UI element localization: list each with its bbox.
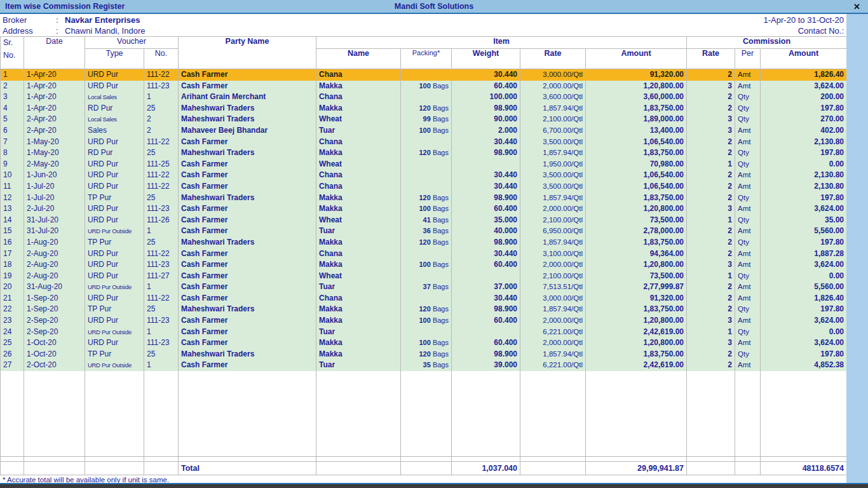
cell-item[interactable]: Makka bbox=[316, 203, 401, 215]
cell-sr[interactable]: 6 bbox=[1, 125, 24, 137]
cell-party[interactable]: Cash Farmer bbox=[179, 360, 316, 371]
cell-packing[interactable]: 120 Bags bbox=[401, 147, 452, 159]
cell-date[interactable]: 2-Oct-20 bbox=[24, 360, 85, 371]
cell-party[interactable]: Cash Farmer bbox=[179, 248, 316, 260]
cell-vtype[interactable]: URD Pur bbox=[85, 271, 144, 282]
cell-per[interactable]: Amt bbox=[735, 137, 761, 148]
cell-date[interactable]: 2-May-20 bbox=[24, 159, 85, 170]
cell-amount[interactable]: 1,06,540.00 bbox=[586, 137, 687, 148]
cell-crate[interactable]: 2 bbox=[687, 170, 735, 181]
cell-per[interactable]: Amt bbox=[735, 203, 761, 215]
cell-amount[interactable]: 1,83,750.00 bbox=[586, 193, 687, 204]
cell-camount[interactable]: 3,624.00 bbox=[761, 315, 847, 327]
cell-weight[interactable]: 60.400 bbox=[452, 337, 520, 349]
cell-item[interactable]: Chana bbox=[316, 181, 401, 193]
cell-sr[interactable]: 21 bbox=[1, 293, 24, 304]
cell-weight[interactable]: 98.900 bbox=[452, 237, 520, 248]
cell-sr[interactable]: 10 bbox=[1, 170, 24, 181]
cell-per[interactable]: Qty bbox=[735, 327, 761, 338]
cell-rate[interactable]: 6,700.00/Qtl bbox=[520, 125, 586, 137]
cell-packing[interactable] bbox=[401, 137, 452, 148]
cell-camount[interactable]: 197.80 bbox=[761, 147, 847, 159]
cell-item[interactable]: Wheat bbox=[316, 159, 401, 170]
table-row[interactable]: 92-May-20URD Pur111-25Cash FarmerWheat1,… bbox=[1, 159, 847, 170]
cell-date[interactable]: 1-Apr-20 bbox=[24, 69, 85, 81]
cell-vtype[interactable]: URD Pur bbox=[85, 293, 144, 304]
cell-camount[interactable]: 0.00 bbox=[761, 327, 847, 338]
cell-vtype[interactable]: URD Pur bbox=[85, 181, 144, 193]
cell-date[interactable]: 1-Aug-20 bbox=[24, 237, 85, 248]
cell-vtype[interactable]: URD Pur Outside bbox=[85, 281, 144, 293]
cell-date[interactable]: 1-Apr-20 bbox=[24, 103, 85, 114]
cell-party[interactable]: Cash Farmer bbox=[179, 170, 316, 181]
cell-weight[interactable]: 30.440 bbox=[452, 181, 520, 193]
cell-crate[interactable]: 2 bbox=[687, 360, 735, 371]
cell-item[interactable]: Makka bbox=[316, 315, 401, 327]
cell-packing[interactable]: 100 Bags bbox=[401, 81, 452, 92]
cell-per[interactable]: Qty bbox=[735, 103, 761, 114]
cell-packing[interactable] bbox=[401, 159, 452, 170]
cell-packing[interactable]: 35 Bags bbox=[401, 360, 452, 371]
cell-vno[interactable]: 1 bbox=[144, 281, 179, 293]
cell-camount[interactable]: 3,624.00 bbox=[761, 259, 847, 271]
cell-date[interactable]: 1-Oct-20 bbox=[24, 337, 85, 349]
cell-crate[interactable]: 2 bbox=[687, 181, 735, 193]
cell-weight[interactable]: 2.000 bbox=[452, 125, 520, 137]
cell-date[interactable]: 2-Aug-20 bbox=[24, 259, 85, 271]
cell-camount[interactable]: 0.00 bbox=[761, 159, 847, 170]
table-row[interactable]: 232-Sep-20URD Pur111-23Cash FarmerMakka1… bbox=[1, 315, 847, 327]
cell-amount[interactable]: 1,06,540.00 bbox=[586, 170, 687, 181]
cell-crate[interactable]: 3 bbox=[687, 259, 735, 271]
cell-vtype[interactable]: RD Pur bbox=[85, 103, 144, 114]
cell-item[interactable]: Makka bbox=[316, 349, 401, 360]
cell-weight[interactable]: 30.440 bbox=[452, 69, 520, 81]
table-row[interactable]: 21-Apr-20URD Pur111-23Cash FarmerMakka10… bbox=[1, 81, 847, 92]
cell-sr[interactable]: 19 bbox=[1, 271, 24, 282]
table-row[interactable]: 31-Apr-20Local Sales1Arihant Grain Merch… bbox=[1, 92, 847, 103]
cell-rate[interactable]: 3,000.00/Qtl bbox=[520, 293, 586, 304]
cell-vtype[interactable]: TP Pur bbox=[85, 304, 144, 315]
cell-weight[interactable]: 98.900 bbox=[452, 349, 520, 360]
cell-vno[interactable]: 1 bbox=[144, 360, 179, 371]
cell-amount[interactable]: 1,83,750.00 bbox=[586, 237, 687, 248]
cell-weight[interactable]: 60.400 bbox=[452, 81, 520, 92]
cell-camount[interactable]: 197.80 bbox=[761, 103, 847, 114]
cell-amount[interactable]: 2,42,619.00 bbox=[586, 360, 687, 371]
cell-camount[interactable]: 5,560.00 bbox=[761, 281, 847, 293]
cell-date[interactable]: 1-Jun-20 bbox=[24, 170, 85, 181]
cell-rate[interactable]: 2,100.00/Qtl bbox=[520, 271, 586, 282]
cell-vtype[interactable]: RD Pur bbox=[85, 147, 144, 159]
cell-rate[interactable]: 3,100.00/Qtl bbox=[520, 248, 586, 260]
cell-date[interactable]: 1-Apr-20 bbox=[24, 81, 85, 92]
cell-vtype[interactable]: Local Sales bbox=[85, 92, 144, 103]
cell-rate[interactable]: 1,857.94/Qtl bbox=[520, 237, 586, 248]
cell-item[interactable]: Wheat bbox=[316, 271, 401, 282]
cell-sr[interactable]: 2 bbox=[1, 81, 24, 92]
cell-amount[interactable]: 91,320.00 bbox=[586, 69, 687, 81]
table-row[interactable]: 251-Oct-20URD Pur111-23Cash FarmerMakka1… bbox=[1, 337, 847, 349]
cell-per[interactable]: Qty bbox=[735, 159, 761, 170]
cell-sr[interactable]: 4 bbox=[1, 103, 24, 114]
cell-rate[interactable]: 1,857.94/Qtl bbox=[520, 103, 586, 114]
cell-amount[interactable]: 1,83,750.00 bbox=[586, 304, 687, 315]
cell-rate[interactable]: 6,221.00/Qtl bbox=[520, 360, 586, 371]
cell-party[interactable]: Cash Farmer bbox=[179, 226, 316, 237]
cell-vno[interactable]: 1 bbox=[144, 327, 179, 338]
table-row[interactable]: 221-Sep-20TP Pur25Maheshwari TradersMakk… bbox=[1, 304, 847, 315]
cell-rate[interactable]: 2,100.00/Qtl bbox=[520, 215, 586, 226]
cell-amount[interactable]: 1,89,000.00 bbox=[586, 114, 687, 125]
cell-per[interactable]: Amt bbox=[735, 281, 761, 293]
cell-rate[interactable]: 2,000.00/Qtl bbox=[520, 81, 586, 92]
cell-vno[interactable]: 2 bbox=[144, 114, 179, 125]
cell-party[interactable]: Cash Farmer bbox=[179, 281, 316, 293]
cell-camount[interactable]: 2,130.80 bbox=[761, 181, 847, 193]
cell-vno[interactable]: 25 bbox=[144, 304, 179, 315]
cell-crate[interactable]: 2 bbox=[687, 92, 735, 103]
cell-vno[interactable]: 1 bbox=[144, 226, 179, 237]
cell-amount[interactable]: 1,83,750.00 bbox=[586, 147, 687, 159]
cell-sr[interactable]: 11 bbox=[1, 181, 24, 193]
cell-vno[interactable]: 111-23 bbox=[144, 315, 179, 327]
cell-date[interactable]: 1-Sep-20 bbox=[24, 304, 85, 315]
cell-packing[interactable] bbox=[401, 69, 452, 81]
table-row[interactable]: 211-Sep-20URD Pur111-22Cash FarmerChana3… bbox=[1, 293, 847, 304]
